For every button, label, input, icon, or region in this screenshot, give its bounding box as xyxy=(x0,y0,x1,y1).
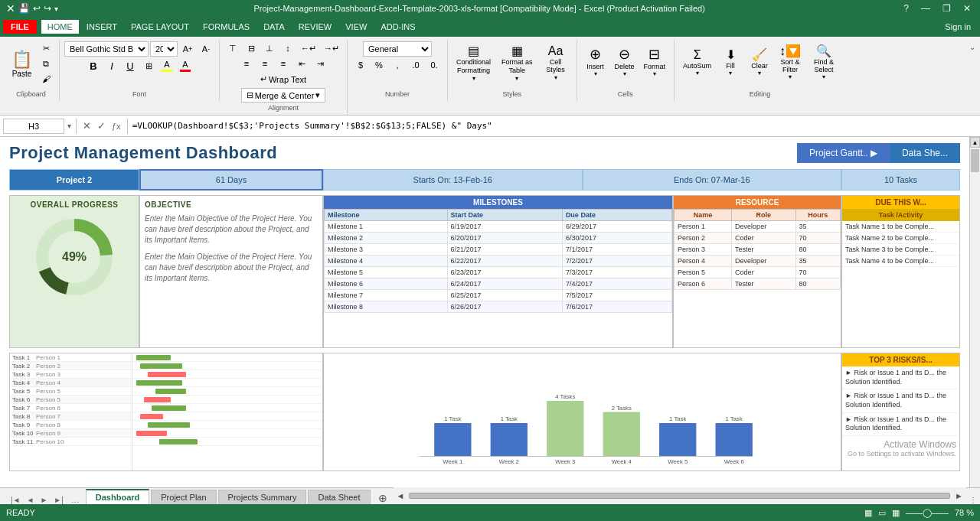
confirm-formula-icon[interactable]: ✓ xyxy=(96,120,107,132)
tab-projects-summary[interactable]: Projects Summary xyxy=(218,490,307,504)
clear-button[interactable]: 🧹 Clear ▾ xyxy=(746,42,773,82)
paste-button[interactable]: 📋 Paste xyxy=(8,44,36,83)
quick-access-redo[interactable]: ↪ xyxy=(44,3,51,14)
insert-menu[interactable]: INSERT xyxy=(80,20,123,34)
h-scroll-track[interactable] xyxy=(409,493,950,499)
percent-button[interactable]: % xyxy=(371,58,387,72)
add-sheet-button[interactable]: ⊕ xyxy=(372,492,394,504)
fill-color-button[interactable]: A xyxy=(158,58,175,73)
data-menu[interactable]: DATA xyxy=(257,20,291,34)
scroll-up-arrow[interactable]: ▲ xyxy=(970,137,980,148)
minimize-btn[interactable]: — xyxy=(918,3,933,14)
comma-button[interactable]: , xyxy=(389,58,406,72)
milestones-card: MILESTONES Milestone Start Date Due Date… xyxy=(323,195,673,348)
tab-project-plan[interactable]: Project Plan xyxy=(151,490,216,504)
italic-button[interactable]: I xyxy=(103,59,120,73)
insert-function-icon[interactable]: ƒx xyxy=(110,122,122,131)
number-format-select[interactable]: General xyxy=(363,41,432,57)
cell-reference-box[interactable] xyxy=(3,119,64,134)
main-area: Project Management Dashboard Project Gan… xyxy=(0,137,980,499)
accounting-button[interactable]: $ xyxy=(352,58,369,72)
fill-button[interactable]: ⬇ Fill ▾ xyxy=(717,42,744,82)
align-center-button[interactable]: ≡ xyxy=(256,57,273,70)
decrease-font-button[interactable]: A- xyxy=(198,42,214,56)
sort-filter-button[interactable]: ↕🔽 Sort &Filter ▾ xyxy=(775,41,805,83)
close-btn[interactable]: ✕ xyxy=(960,3,974,14)
cell-styles-button[interactable]: Aa CellStyles ▾ xyxy=(540,42,572,84)
align-right-button[interactable]: ≡ xyxy=(275,57,292,70)
page-layout-menu[interactable]: PAGE LAYOUT xyxy=(125,20,195,34)
indent-right-button[interactable]: ⇥ xyxy=(312,57,328,70)
indent-left-button[interactable]: ⇤ xyxy=(293,57,310,70)
scroll-thumb[interactable] xyxy=(971,149,979,172)
find-select-button[interactable]: 🔍 Find &Select ▾ xyxy=(807,41,841,83)
quick-access-save[interactable]: 💾 xyxy=(18,3,30,14)
merge-center-button[interactable]: ⊟ Merge & Center ▾ xyxy=(241,88,326,103)
milestone-cell: Milestone 6 xyxy=(325,278,448,290)
font-color-button[interactable]: A xyxy=(177,58,194,73)
cell-styles-icon: Aa xyxy=(548,44,564,58)
format-as-table-button[interactable]: ▦ Format asTable ▾ xyxy=(498,41,537,84)
align-top-button[interactable]: ⊤ xyxy=(224,41,241,55)
formulas-menu[interactable]: FORMULAS xyxy=(197,20,256,34)
font-size-select[interactable]: 20 xyxy=(150,41,178,57)
insert-cells-button[interactable]: ⊕ Insert ▾ xyxy=(582,41,609,81)
datasheet-button[interactable]: Data She... xyxy=(890,143,960,163)
project-gantt-button[interactable]: Project Gantt.. ▶ xyxy=(797,143,890,163)
align-bottom-button[interactable]: ⊥ xyxy=(261,41,278,55)
increase-font-button[interactable]: A+ xyxy=(179,42,196,56)
tab-dashboard[interactable]: Dashboard xyxy=(86,489,149,504)
zoom-slider[interactable]: ——◯—— xyxy=(906,508,949,518)
page-break-view-btn[interactable]: ▦ xyxy=(892,508,900,518)
home-menu[interactable]: HOME xyxy=(41,20,79,34)
view-menu[interactable]: VIEW xyxy=(339,20,373,34)
quick-access-undo[interactable]: ↩ xyxy=(33,3,41,14)
vertical-scrollbar[interactable]: ▲ ▼ xyxy=(969,137,980,499)
decimal-increase-button[interactable]: .0 xyxy=(407,58,424,72)
first-tab-arrow[interactable]: |◄ xyxy=(9,496,22,504)
font-name-select[interactable]: Bell Gothic Std Bl xyxy=(64,41,149,57)
align-middle-button[interactable]: ⊟ xyxy=(243,41,260,55)
copy-button[interactable]: ⧉ xyxy=(38,57,54,70)
clear-icon: 🧹 xyxy=(752,47,767,62)
format-painter-button[interactable]: 🖌 xyxy=(38,72,54,86)
delete-cells-button[interactable]: ⊖ Delete ▾ xyxy=(611,41,639,81)
bold-button[interactable]: B xyxy=(85,59,102,73)
ribbon-expand-button[interactable]: ⌄ xyxy=(968,41,977,53)
review-menu[interactable]: REVIEW xyxy=(292,20,338,34)
file-menu[interactable]: FILE xyxy=(3,20,37,34)
number-group: General $ % , .0 0. Number xyxy=(348,40,448,101)
decimal-decrease-button[interactable]: 0. xyxy=(426,58,443,72)
milestone-cell: 6/20/2017 xyxy=(447,233,562,244)
prev-tab-arrow[interactable]: ◄ xyxy=(25,496,36,504)
addins-menu[interactable]: ADD-INS xyxy=(374,20,421,34)
next-tab-arrow[interactable]: ► xyxy=(38,496,49,504)
horizontal-scrollbar[interactable]: ◄ ► xyxy=(394,487,967,504)
page-layout-view-btn[interactable]: ▭ xyxy=(878,508,886,518)
text-direction-button[interactable]: ↕ xyxy=(279,41,296,55)
merge-dropdown-icon[interactable]: ▾ xyxy=(315,90,320,100)
tab-data-sheet[interactable]: Data Sheet xyxy=(308,490,370,504)
gantt-bar xyxy=(159,439,198,444)
wrap-text-button[interactable]: ↵ Wrap Text xyxy=(255,72,312,86)
autosum-button[interactable]: Σ AutoSum ▾ xyxy=(679,42,715,82)
formula-input[interactable] xyxy=(132,119,977,134)
format-cells-button[interactable]: ⊟ Format ▾ xyxy=(640,41,670,81)
last-tab-arrow[interactable]: ►| xyxy=(52,496,65,504)
border-button[interactable]: ⊞ xyxy=(140,59,157,73)
h-scroll-left-arrow[interactable]: ◄ xyxy=(394,491,408,500)
indent-increase-button[interactable]: →↵ xyxy=(321,41,342,55)
normal-view-btn[interactable]: ▦ xyxy=(864,508,872,518)
align-left-button[interactable]: ≡ xyxy=(238,57,255,70)
name-manager-icon[interactable]: ▾ xyxy=(67,122,71,130)
restore-btn[interactable]: ❐ xyxy=(939,3,954,14)
help-icon[interactable]: ? xyxy=(900,3,912,14)
signin-link[interactable]: Sign in xyxy=(939,20,977,34)
underline-button[interactable]: U xyxy=(122,59,139,73)
conditional-formatting-button[interactable]: ▤ ConditionalFormatting ▾ xyxy=(452,41,495,84)
cut-button[interactable]: ✂ xyxy=(38,41,54,55)
indent-decrease-button[interactable]: ←↵ xyxy=(298,41,319,55)
gantt-mini: Task 1Person 1Task 2Person 2Task 3Person… xyxy=(9,353,323,471)
h-scroll-right-arrow[interactable]: ► xyxy=(952,491,966,500)
cancel-formula-icon[interactable]: ✕ xyxy=(81,120,93,132)
